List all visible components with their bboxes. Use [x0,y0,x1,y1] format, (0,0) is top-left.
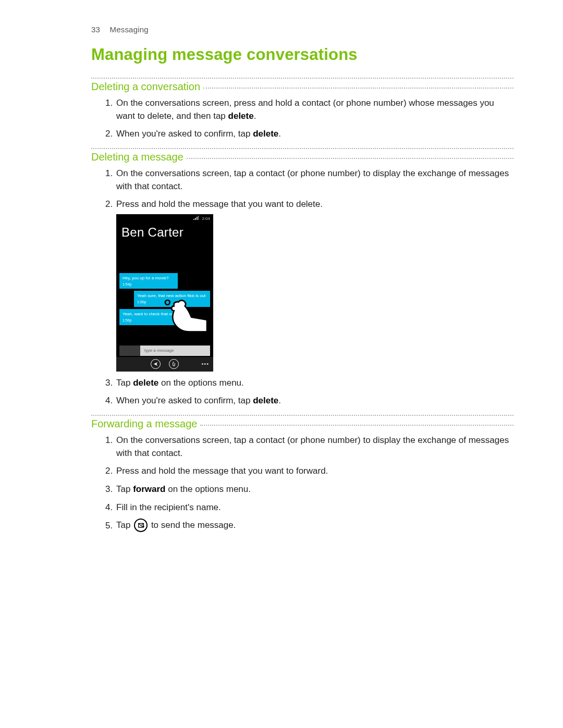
page-title: Managing message conversations [91,45,513,64]
phone-contact-name: Ben Carter [116,223,213,245]
step-item: On the conversations screen, press and h… [115,97,513,122]
section-name: Messaging [109,25,148,34]
phone-input-tab [119,346,140,356]
manual-page: 33 Messaging Managing message conversati… [0,0,563,728]
phone-input-field: type a message [140,346,210,356]
phone-conversation: Hey, you up for a movie? 1:54p Yeah sure… [119,273,210,325]
step-item: Tap forward on the options menu. [115,483,513,496]
divider [91,148,513,149]
message-bubble: Yeah sure, that new action flick is out … [134,291,210,307]
send-icon [134,519,148,532]
message-bubble: Yeah, want to check that ou 1:56p [119,309,178,325]
section-heading-forwarding-message: Forwarding a message [91,415,513,430]
section-heading-label: Deleting a conversation [91,81,203,93]
section-heading-deleting-message: Deleting a message [91,148,513,163]
step-item: On the conversations screen, tap a conta… [115,434,513,460]
divider [91,78,513,79]
phone-screenshot: 2:04 Ben Carter Hey, you up for a movie?… [116,214,213,372]
message-bubble: Hey, you up for a movie? 1:54p [119,273,178,289]
divider [200,425,513,426]
section-heading-label: Forwarding a message [91,418,200,430]
step-item: Fill in the recipient's name. [115,501,513,514]
divider [203,88,513,89]
step-item: When you're asked to confirm, tap delete… [115,394,513,408]
step-item: Tap delete on the options menu. [115,377,513,390]
phone-clock: 2:04 [202,216,210,222]
step-item: Press and hold the message that you want… [115,465,513,478]
step-item: Press and hold the message that you want… [115,198,513,372]
page-number: 33 [91,25,100,34]
signal-icon [193,216,199,222]
phone-input-bar: type a message [119,346,210,356]
step-item: When you're asked to confirm, tap delete… [115,128,513,141]
step-item: Tap to send the message. [115,519,513,533]
page-header: 33 Messaging [91,25,513,34]
step-item: On the conversations screen, tap a conta… [115,167,513,193]
send-icon [151,359,161,369]
steps-deleting-conversation: On the conversations screen, press and h… [91,97,513,141]
divider [91,415,513,416]
steps-deleting-message: On the conversations screen, tap a conta… [91,167,513,408]
phone-status-bar: 2:04 [116,214,213,223]
attach-icon [169,359,179,369]
section-heading-label: Deleting a message [91,151,187,163]
steps-forwarding-message: On the conversations screen, tap a conta… [91,434,513,533]
phone-app-bar: ••• [116,357,213,372]
more-icon: ••• [201,360,209,368]
section-heading-deleting-conversation: Deleting a conversation [91,78,513,93]
divider [187,158,513,159]
